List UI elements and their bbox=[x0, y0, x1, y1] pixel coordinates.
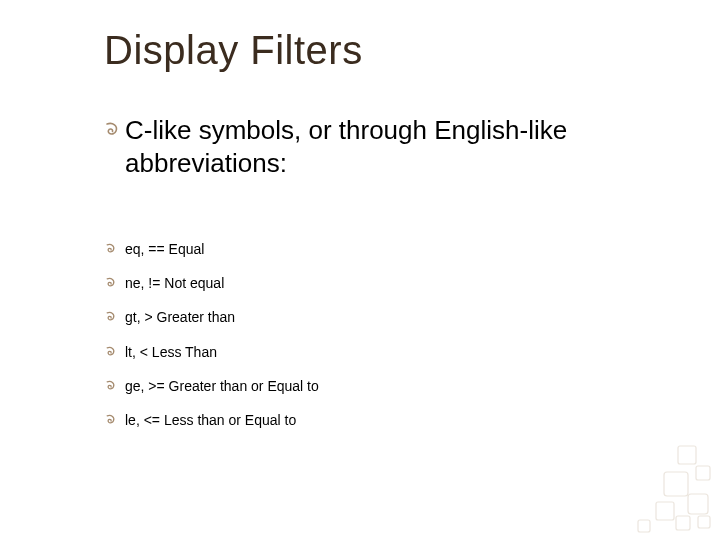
list-item: ne, != Not equal bbox=[125, 274, 319, 292]
swirl-bullet-icon bbox=[103, 276, 117, 290]
svg-rect-6 bbox=[698, 516, 710, 528]
list-item-text: ne, != Not equal bbox=[125, 275, 224, 291]
svg-rect-1 bbox=[696, 466, 710, 480]
list-item-text: gt, > Greater than bbox=[125, 309, 235, 325]
swirl-bullet-icon bbox=[101, 120, 121, 140]
list-item: lt, < Less Than bbox=[125, 343, 319, 361]
intro-line: C-like symbols, or through English-like … bbox=[125, 114, 625, 179]
list-item: eq, == Equal bbox=[125, 240, 319, 258]
list-item-text: lt, < Less Than bbox=[125, 344, 217, 360]
list-item-text: eq, == Equal bbox=[125, 241, 204, 257]
svg-rect-2 bbox=[664, 472, 688, 496]
bullet-list: eq, == Equal ne, != Not equal gt, > Grea… bbox=[125, 240, 319, 445]
swirl-bullet-icon bbox=[103, 310, 117, 324]
swirl-bullet-icon bbox=[103, 379, 117, 393]
list-item-text: le, <= Less than or Equal to bbox=[125, 412, 296, 428]
list-item: gt, > Greater than bbox=[125, 308, 319, 326]
swirl-bullet-icon bbox=[103, 345, 117, 359]
svg-rect-0 bbox=[678, 446, 696, 464]
swirl-bullet-icon bbox=[103, 413, 117, 427]
intro-text: C-like symbols, or through English-like … bbox=[125, 115, 567, 178]
swirl-bullet-icon bbox=[103, 242, 117, 256]
svg-rect-5 bbox=[676, 516, 690, 530]
list-item: ge, >= Greater than or Equal to bbox=[125, 377, 319, 395]
list-item-text: ge, >= Greater than or Equal to bbox=[125, 378, 319, 394]
svg-rect-7 bbox=[638, 520, 650, 532]
corner-decoration-icon bbox=[618, 438, 718, 538]
slide-title: Display Filters bbox=[104, 28, 363, 73]
svg-rect-4 bbox=[656, 502, 674, 520]
list-item: le, <= Less than or Equal to bbox=[125, 411, 319, 429]
slide: Display Filters C-like symbols, or throu… bbox=[0, 0, 720, 540]
svg-rect-3 bbox=[688, 494, 708, 514]
